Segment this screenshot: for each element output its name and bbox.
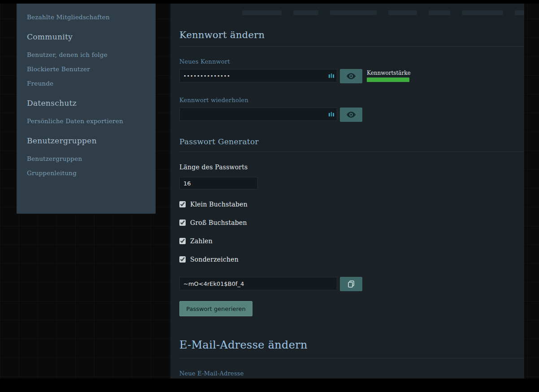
sidebar-item-blockierte-benutzer[interactable]: Blockierte Benutzer: [27, 65, 148, 73]
password-manager-icon[interactable]: [328, 73, 335, 79]
copy-icon: [348, 280, 355, 288]
password-length-input[interactable]: [179, 177, 258, 190]
generated-password-input[interactable]: [179, 277, 337, 290]
special-chars-label: Sonderzeichen: [190, 256, 239, 263]
eye-icon: [347, 73, 356, 79]
password-strength-meter: [367, 78, 409, 82]
new-password-input-wrap: [179, 69, 337, 82]
special-chars-checkbox[interactable]: [179, 256, 186, 263]
lowercase-checkbox[interactable]: [179, 201, 186, 207]
password-manager-icon[interactable]: [328, 111, 335, 117]
option-special-chars-row: Sonderzeichen: [179, 256, 524, 263]
sidebar-item-benutzergruppen[interactable]: Benutzergruppen: [27, 155, 148, 162]
password-strength: Kennwortstärke: [367, 69, 411, 82]
sidebar-section-datenschutz: Datenschutz Persönliche Daten exportiere…: [27, 99, 148, 125]
repeat-password-row: [179, 108, 524, 122]
uppercase-checkbox[interactable]: [179, 220, 186, 226]
option-numbers-row: Zahlen: [179, 237, 524, 245]
section-title-change-password: Kennwort ändern: [179, 30, 524, 47]
account-settings-panel: Kennwort ändern Neues Kennwort Kennworts…: [170, 4, 524, 379]
section-title-change-email: E-Mail-Adresse ändern: [179, 339, 524, 358]
numbers-label: Zahlen: [190, 237, 213, 245]
eye-icon: [347, 112, 356, 118]
copy-password-button[interactable]: [340, 277, 362, 291]
top-nav-remnant: [242, 10, 524, 15]
section-title-password-generator: Passwort Generator: [179, 137, 524, 152]
settings-sidebar: Bezahlte Mitgliedschaften Community Benu…: [17, 4, 156, 214]
generate-password-button[interactable]: Passwort generieren: [179, 301, 252, 316]
numbers-checkbox[interactable]: [179, 238, 186, 244]
sidebar-section-title: Community: [27, 32, 148, 41]
uppercase-label: Groß Buchstaben: [190, 219, 247, 226]
sidebar-item-benutzer-denen-ich-folge[interactable]: Benutzer, denen ich folge: [27, 51, 148, 58]
sidebar-item-freunde[interactable]: Freunde: [27, 80, 148, 87]
repeat-password-label: Kennwort wiederholen: [179, 97, 524, 103]
password-strength-label: Kennwortstärke: [367, 70, 411, 76]
sidebar-item-bezahlte-mitgliedschaften[interactable]: Bezahlte Mitgliedschaften: [27, 13, 148, 21]
sidebar-section-title: Benutzergruppen: [27, 136, 148, 145]
new-password-label: Neues Kennwort: [179, 58, 524, 65]
sidebar-section-title: Datenschutz: [27, 99, 148, 108]
sidebar-item-gruppenleitung[interactable]: Gruppenleitung: [27, 169, 148, 177]
lowercase-label: Klein Buchstaben: [190, 201, 248, 208]
new-password-row: Kennwortstärke: [179, 69, 524, 83]
show-password-button[interactable]: [340, 108, 362, 122]
generated-password-row: [179, 277, 524, 291]
sidebar-section-community: Community Benutzer, denen ich folge Bloc…: [27, 32, 148, 87]
repeat-password-input[interactable]: [179, 108, 337, 121]
bottom-black-strip: [0, 379, 539, 392]
repeat-password-input-wrap: [179, 108, 337, 121]
sidebar-item-persoenliche-daten-exportieren[interactable]: Persönliche Daten exportieren: [27, 117, 148, 125]
sidebar-section-benutzergruppen: Benutzergruppen Benutzergruppen Gruppenl…: [27, 136, 148, 177]
show-password-button[interactable]: [340, 69, 362, 83]
new-email-label: Neue E-Mail-Adresse: [179, 370, 524, 377]
new-password-input[interactable]: [179, 69, 337, 82]
top-black-strip: [0, 0, 539, 4]
generated-password-input-wrap: [179, 277, 337, 290]
option-lowercase-row: Klein Buchstaben: [179, 201, 524, 208]
password-length-label: Länge des Passworts: [179, 164, 524, 171]
option-uppercase-row: Groß Buchstaben: [179, 219, 524, 226]
